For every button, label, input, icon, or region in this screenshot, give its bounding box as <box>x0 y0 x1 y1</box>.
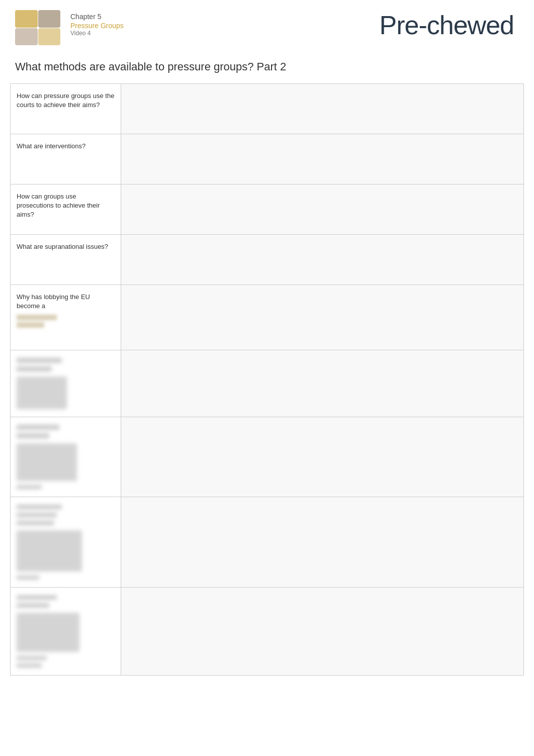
question-text-3: How can groups use prosecutions to achie… <box>17 193 100 218</box>
cell-question-2: What are interventions? <box>11 134 121 184</box>
table-row: Why has lobbying the EU become a <box>11 285 523 350</box>
cell-question-9 <box>11 588 121 675</box>
cell-content-8 <box>121 497 523 587</box>
svg-rect-0 <box>15 10 38 28</box>
pressure-groups-link[interactable]: Pressure Groups <box>70 22 124 30</box>
question-text-5: Why has lobbying the EU become a <box>17 293 115 311</box>
brand-title: Pre-chewed <box>380 10 519 40</box>
cell-question-6 <box>11 350 121 417</box>
blurred-thumb-8 <box>17 505 115 580</box>
cell-content-4 <box>121 235 523 285</box>
page-subtitle: What methods are available to pressure g… <box>0 50 534 78</box>
video-label: Video 4 <box>70 30 124 37</box>
svg-rect-1 <box>38 10 60 28</box>
question-text-2: What are interventions? <box>17 142 85 150</box>
chapter-label: Chapter 5 <box>70 13 124 21</box>
table-row: What are interventions? <box>11 134 523 184</box>
table-row <box>11 497 523 588</box>
blurred-thumb-9 <box>17 595 115 668</box>
question-text-1: How can pressure groups use the courts t… <box>17 92 114 109</box>
table-row: How can pressure groups use the courts t… <box>11 84 523 134</box>
header-meta: Chapter 5 Pressure Groups Video 4 <box>70 10 124 37</box>
question-text-4: What are supranational issues? <box>17 243 108 250</box>
blurred-thumb-6 <box>17 358 115 409</box>
cell-question-3: How can groups use prosecutions to achie… <box>11 184 121 234</box>
svg-rect-3 <box>38 28 60 45</box>
cell-question-1: How can pressure groups use the courts t… <box>11 84 121 134</box>
cell-content-6 <box>121 350 523 417</box>
cell-content-5 <box>121 285 523 350</box>
cell-question-5: Why has lobbying the EU become a <box>11 285 121 350</box>
table-row <box>11 350 523 417</box>
cell-question-7 <box>11 417 121 497</box>
table-row <box>11 417 523 497</box>
cell-question-8 <box>11 497 121 587</box>
table-row: What are supranational issues? <box>11 235 523 285</box>
cell-content-9 <box>121 588 523 675</box>
cell-content-2 <box>121 134 523 184</box>
page-header: Chapter 5 Pressure Groups Video 4 Pre-ch… <box>0 0 534 50</box>
logo <box>15 10 60 45</box>
blurred-thumb-7 <box>17 425 115 489</box>
cell-content-1 <box>121 84 523 134</box>
cell-content-3 <box>121 184 523 234</box>
content-table: How can pressure groups use the courts t… <box>10 83 524 676</box>
table-row <box>11 588 523 675</box>
blurred-thumb-5 <box>17 315 115 328</box>
cell-question-4: What are supranational issues? <box>11 235 121 285</box>
cell-content-7 <box>121 417 523 497</box>
svg-rect-2 <box>15 28 38 45</box>
table-row: How can groups use prosecutions to achie… <box>11 184 523 235</box>
